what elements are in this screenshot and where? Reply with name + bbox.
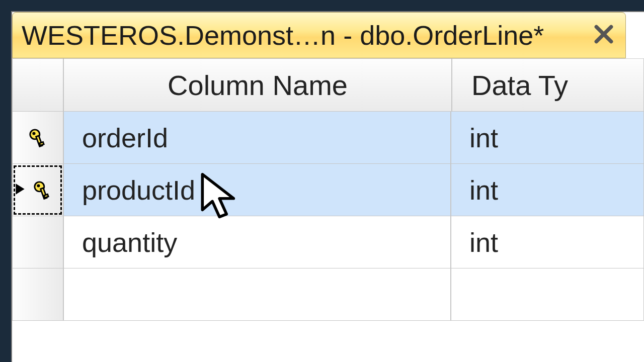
svg-rect-5 <box>39 142 44 145</box>
primary-key-icon <box>28 128 47 147</box>
data-type-cell[interactable] <box>451 268 644 321</box>
document-tab[interactable]: WESTEROS.Demonst…n - dbo.OrderLine* <box>12 12 626 58</box>
data-type-cell[interactable]: int <box>451 164 644 216</box>
table-row[interactable]: orderIdint <box>12 112 644 164</box>
table-row[interactable]: productIdint <box>12 164 644 216</box>
svg-point-7 <box>37 184 40 187</box>
close-icon <box>593 24 614 45</box>
columns-grid: Column Name Data Ty orderIdintproductIdi… <box>12 58 644 321</box>
svg-point-3 <box>32 132 35 135</box>
header-column-name[interactable]: Column Name <box>63 58 452 112</box>
data-type-cell[interactable]: int <box>451 112 644 164</box>
row-selector[interactable] <box>12 268 63 321</box>
column-name-cell[interactable] <box>63 268 451 321</box>
row-selector[interactable] <box>12 164 63 216</box>
column-name-cell[interactable]: quantity <box>63 216 451 268</box>
header-data-type[interactable]: Data Ty <box>452 58 644 112</box>
data-type-cell[interactable]: int <box>451 216 644 268</box>
row-selector[interactable] <box>12 216 63 268</box>
row-selector[interactable] <box>12 112 63 164</box>
grid-header: Column Name Data Ty <box>12 58 644 112</box>
column-name-cell[interactable]: orderId <box>63 112 451 164</box>
table-row[interactable] <box>12 268 644 321</box>
table-designer-frame: WESTEROS.Demonst…n - dbo.OrderLine* Colu… <box>11 11 644 362</box>
primary-key-icon <box>33 180 52 200</box>
close-tab-button[interactable] <box>593 24 614 47</box>
current-row-arrow-icon <box>15 183 26 198</box>
table-row[interactable]: quantityint <box>12 216 644 268</box>
svg-rect-9 <box>44 194 48 198</box>
tab-title: WESTEROS.Demonst…n - dbo.OrderLine* <box>22 20 544 51</box>
column-name-cell[interactable]: productId <box>63 164 451 216</box>
header-data-type-label: Data Ty <box>471 69 568 102</box>
row-selector-header <box>12 58 63 112</box>
header-column-name-label: Column Name <box>168 69 348 102</box>
